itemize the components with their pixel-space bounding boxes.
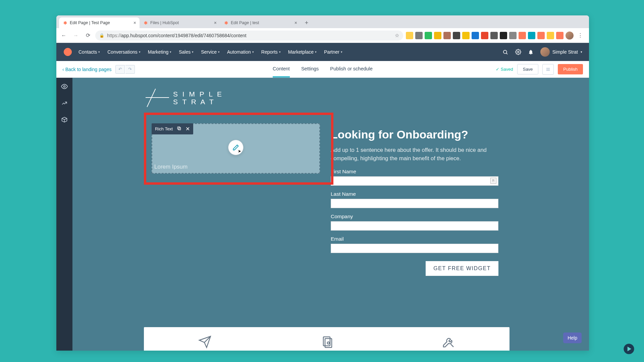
extension-icon[interactable] <box>406 32 413 39</box>
account-switcher[interactable]: Simple Strat ▾ <box>540 47 582 57</box>
extension-icon[interactable] <box>472 32 479 39</box>
extension-icon[interactable] <box>490 32 498 39</box>
extension-icon[interactable] <box>537 32 545 39</box>
close-icon[interactable]: ✕ <box>185 126 190 132</box>
back-link[interactable]: ‹ Back to landing pages <box>62 67 111 72</box>
autofill-icon[interactable]: ⎘ <box>490 178 496 184</box>
help-button[interactable]: Help <box>563 333 582 343</box>
svg-point-0 <box>503 50 507 53</box>
undo-button[interactable]: ↶ <box>115 65 125 74</box>
tab-content[interactable]: Content <box>273 61 290 77</box>
view-options-button[interactable] <box>542 64 554 75</box>
nav-sales[interactable]: Sales▾ <box>179 49 194 55</box>
browser-tab[interactable]: ✱ Edit Page | test × <box>220 17 301 28</box>
bell-icon[interactable] <box>528 49 534 55</box>
chevron-down-icon: ▾ <box>218 50 220 54</box>
page-subheading: Add up to 1 sentence here about the offe… <box>331 146 498 163</box>
svg-point-12 <box>327 342 330 344</box>
chevron-down-icon: ▾ <box>192 50 194 54</box>
tab-publish-schedule[interactable]: Publish or schedule <box>330 61 373 77</box>
nav-marketplace[interactable]: Marketplace▾ <box>288 49 317 55</box>
browser-window: ✱ Edit Page | Test Page × ✱ Files | HubS… <box>56 15 589 351</box>
bookmark-star-icon[interactable]: ☆ <box>395 33 399 39</box>
form-column: Looking for Onboarding? Add up to 1 sent… <box>331 128 498 276</box>
extension-icon[interactable] <box>528 32 535 39</box>
chevron-down-icon: ▾ <box>139 50 141 54</box>
chevron-down-icon: ▾ <box>98 50 100 54</box>
extension-icon[interactable] <box>453 32 460 39</box>
profile-avatar[interactable] <box>566 32 574 40</box>
brand-logo: S I M P L E S T R A T <box>146 88 223 108</box>
reload-button[interactable]: ⟳ <box>83 31 93 40</box>
kebab-menu-icon[interactable]: ⋮ <box>576 32 585 39</box>
publish-button[interactable]: Publish <box>558 64 583 74</box>
new-tab-button[interactable]: + <box>302 18 311 27</box>
address-bar[interactable]: 🔒 https://app.hubspot.com/content/194987… <box>95 31 403 41</box>
avatar <box>540 47 550 57</box>
extension-icon[interactable] <box>443 32 451 39</box>
extension-icon[interactable] <box>500 32 507 39</box>
redo-button[interactable]: ↷ <box>125 65 135 74</box>
url-text: https://app.hubspot.com/content/1949878/… <box>107 33 247 38</box>
extension-icon[interactable] <box>481 32 488 39</box>
rich-text-module[interactable]: Rich Text ✕ ➤ Lorem Ipsum <box>152 123 320 174</box>
extension-icon[interactable] <box>547 32 554 39</box>
extension-icon[interactable] <box>415 32 423 39</box>
tab-title: Edit Page | test <box>231 20 259 25</box>
editor-subbar: ‹ Back to landing pages ↶ ↷ Content Sett… <box>56 61 589 78</box>
search-icon[interactable] <box>502 49 509 55</box>
nav-partner[interactable]: Partner▾ <box>324 49 342 55</box>
close-icon[interactable]: × <box>294 20 297 25</box>
svg-line-13 <box>451 344 453 347</box>
clone-icon[interactable] <box>177 126 181 132</box>
extension-icon[interactable] <box>434 32 441 39</box>
tools-icon <box>442 335 455 349</box>
nav-automation[interactable]: Automation▾ <box>227 49 254 55</box>
extension-icon[interactable] <box>519 32 526 39</box>
extension-icon[interactable] <box>556 32 564 39</box>
module-label-text: Rich Text <box>155 126 173 131</box>
label-last-name: Last Name <box>331 191 498 197</box>
feature-band <box>144 327 509 351</box>
nav-reports[interactable]: Reports▾ <box>261 49 281 55</box>
back-button[interactable]: ← <box>59 31 68 40</box>
browser-tab[interactable]: ✱ Files | HubSpot × <box>140 17 220 28</box>
nav-service[interactable]: Service▾ <box>201 49 220 55</box>
forward-button[interactable]: → <box>71 31 80 40</box>
placeholder-text: Lorem Ipsum <box>154 164 187 170</box>
nav-marketing[interactable]: Marketing▾ <box>148 49 171 55</box>
extension-icon[interactable] <box>509 32 517 39</box>
submit-button[interactable]: GET FREE WIDGET <box>426 261 498 276</box>
page-canvas[interactable]: S I M P L E S T R A T Rich Text ✕ ➤ Lore <box>72 78 589 351</box>
tab-settings[interactable]: Settings <box>301 61 319 77</box>
eye-icon[interactable] <box>61 83 68 92</box>
chevron-down-icon: ▾ <box>315 50 317 54</box>
left-rail <box>56 78 72 351</box>
input-last-name[interactable] <box>331 199 498 208</box>
chart-icon[interactable] <box>61 100 67 108</box>
browser-tab-active[interactable]: ✱ Edit Page | Test Page × <box>59 17 140 28</box>
edit-pencil-button[interactable] <box>228 140 244 155</box>
input-company[interactable] <box>331 221 498 231</box>
hubspot-favicon: ✱ <box>62 20 68 25</box>
cube-icon[interactable] <box>61 117 67 124</box>
svg-rect-9 <box>178 127 180 129</box>
documents-icon <box>320 335 333 349</box>
chevron-down-icon: ▾ <box>252 50 254 54</box>
nav-contacts[interactable]: Contacts▾ <box>78 49 100 55</box>
gear-icon[interactable] <box>515 49 522 55</box>
close-icon[interactable]: × <box>214 20 217 25</box>
close-icon[interactable]: × <box>133 20 136 25</box>
lock-icon: 🔒 <box>99 33 104 38</box>
hubspot-favicon: ✱ <box>223 20 229 25</box>
chevron-down-icon: ▾ <box>581 50 582 54</box>
extension-icon[interactable] <box>425 32 432 39</box>
chevron-down-icon: ▾ <box>170 50 171 54</box>
hubspot-logo[interactable] <box>63 47 72 57</box>
account-name: Simple Strat <box>552 49 578 55</box>
nav-conversations[interactable]: Conversations▾ <box>107 49 141 55</box>
save-button[interactable]: Save <box>517 64 539 74</box>
input-email[interactable] <box>331 244 498 253</box>
extension-icon[interactable] <box>462 32 470 39</box>
input-first-name[interactable] <box>331 176 498 186</box>
